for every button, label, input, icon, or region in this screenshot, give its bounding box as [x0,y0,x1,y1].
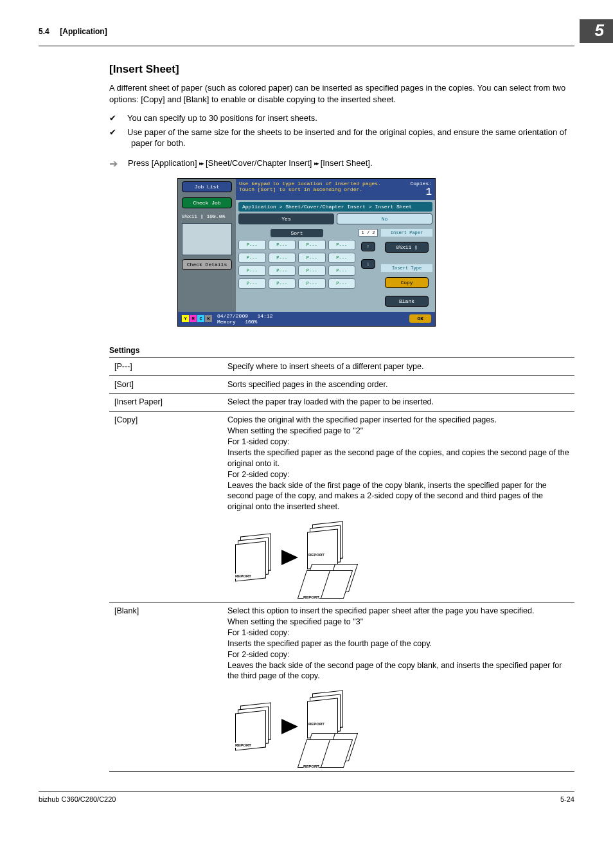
page-header: 5.4 [Application] 5 [39,19,574,46]
copies-label: Copies: [410,181,432,186]
settings-desc: Sorts specified pages in the ascending o… [222,375,574,393]
footer-model: bizhub C360/C280/C220 [39,795,116,803]
job-list-button[interactable]: Job List [182,181,232,192]
diagram-label: REPORT [308,552,324,557]
blank-diagram: REPORT REPORT REPORT [234,688,569,765]
no-button[interactable]: No [337,213,432,224]
toner-y-icon: Y [182,315,189,322]
paper-badge: 8½x11 ▯ 100.0% [178,211,236,222]
ok-button[interactable]: OK [409,314,431,323]
settings-desc: Select this option to insert the specifi… [222,602,574,772]
settings-desc: Specify where to insert sheets of a diff… [222,357,574,375]
table-row: [Blank] Select this option to insert the… [109,602,574,772]
page-slot[interactable]: P--- [298,240,326,250]
page-slot[interactable]: P--- [328,278,356,289]
page-down-button[interactable]: ↓ [361,259,375,269]
page-slot[interactable]: P--- [238,266,266,276]
chapter-number: 5 [580,19,613,43]
page-slot-grid: P--- P--- P--- P--- P--- P--- P--- P--- … [238,240,355,289]
check-job-button[interactable]: Check Job [182,197,232,208]
arrow-icon [281,550,298,565]
check-icon: ✔ [109,113,127,124]
table-row: [Insert Paper] Select the paper tray loa… [109,393,574,411]
msg-line: Touch [Sort] to sort in ascending order. [239,186,381,192]
settings-label: [Insert Paper] [109,393,222,411]
page-indicator: 1 / 2 [359,229,378,237]
page-slot[interactable]: P--- [238,278,266,289]
settings-label: [Blank] [109,602,222,772]
message-bar: Use keypad to type location of inserted … [236,179,435,200]
ui-screenshot: Job List Check Job 8½x11 ▯ 100.0% Check … [177,178,436,327]
page-slot[interactable]: P--- [298,278,326,289]
settings-table: [P---] Specify where to insert sheets of… [109,357,574,772]
nav-text: [Sheet/Cover/Chapter Insert] [206,158,314,168]
table-row: [P---] Specify where to insert sheets of… [109,357,574,375]
status-date: 04/27/2009 [217,313,248,319]
table-row: [Copy] Copies the original with the spec… [109,411,574,602]
page-slot[interactable]: P--- [328,240,356,250]
page-footer: bizhub C360/C280/C220 5-24 [39,791,574,803]
toner-levels: Y M C K [182,315,212,322]
check-item: Use paper of the same size for the sheet… [127,127,567,149]
toner-k-icon: K [205,315,212,322]
toner-m-icon: M [190,315,197,322]
check-icon: ✔ [109,127,127,138]
arrow-icon: ➔ [109,159,118,169]
diagram-label: REPORT [235,743,251,748]
section-title: [Application] [60,27,107,36]
settings-heading: Settings [109,346,574,355]
page-slot[interactable]: P--- [269,253,296,263]
diagram-label: REPORT [303,764,319,769]
check-details-button[interactable]: Check Details [182,259,232,270]
yes-button[interactable]: Yes [238,213,334,224]
check-item: You can specify up to 30 positions for i… [127,113,317,123]
footer-page-no: 5-24 [560,795,574,803]
page-slot[interactable]: P--- [298,253,326,263]
settings-label: [Sort] [109,375,222,393]
page-slot[interactable]: P--- [328,266,356,276]
settings-label: [P---] [109,357,222,375]
check-list: ✔You can specify up to 30 positions for … [109,113,574,149]
preview-thumb [182,223,232,255]
section-number: 5.4 [39,27,49,36]
nav-text: [Insert Sheet]. [321,158,373,168]
sort-button[interactable]: Sort [271,229,323,237]
copy-button[interactable]: Copy [385,277,429,288]
settings-label: [Copy] [109,411,222,602]
page-slot[interactable]: P--- [238,253,266,263]
diagram-label: REPORT [303,595,319,600]
settings-desc: Select the paper tray loaded with the pa… [222,393,574,411]
msg-line: Use keypad to type location of inserted … [239,181,381,186]
diagram-label: REPORT [308,721,324,727]
copies-value: 1 [410,186,432,198]
insert-type-label: Insert Type [381,264,432,272]
nav-text: Press [Application] [128,158,199,168]
nav-sep-icon: ▸▸ [314,160,318,167]
insert-paper-value[interactable]: 8½x11 ▯ [385,242,429,253]
page-slot[interactable]: P--- [328,253,356,263]
toner-c-icon: C [197,315,204,322]
status-memory-value: 100% [245,319,257,325]
breadcrumb: Application > Sheet/Cover/Chapter Insert… [238,202,432,212]
page-slot[interactable]: P--- [269,266,296,276]
status-memory-label: Memory [217,319,236,325]
table-row: [Sort] Sorts specified pages in the asce… [109,375,574,393]
intro-paragraph: A different sheet of paper (such as colo… [109,82,574,105]
arrow-icon [281,719,298,734]
copy-diagram: REPORT REPORT REPORT [234,519,569,596]
page-up-button[interactable]: ↑ [361,242,375,251]
page-slot[interactable]: P--- [269,278,296,289]
nav-instruction: ➔ Press [Application] ▸▸ [Sheet/Cover/Ch… [109,158,574,169]
settings-desc: Copies the original with the specified p… [222,411,574,602]
page-slot[interactable]: P--- [238,240,266,250]
page-slot[interactable]: P--- [298,266,326,276]
nav-sep-icon: ▸▸ [199,160,203,167]
blank-button[interactable]: Blank [385,296,429,307]
page-slot[interactable]: P--- [269,240,296,250]
diagram-label: REPORT [235,574,251,579]
insert-paper-label: Insert Paper [381,229,432,237]
page-title: [Insert Sheet] [109,63,574,76]
status-time: 14:12 [257,313,272,319]
